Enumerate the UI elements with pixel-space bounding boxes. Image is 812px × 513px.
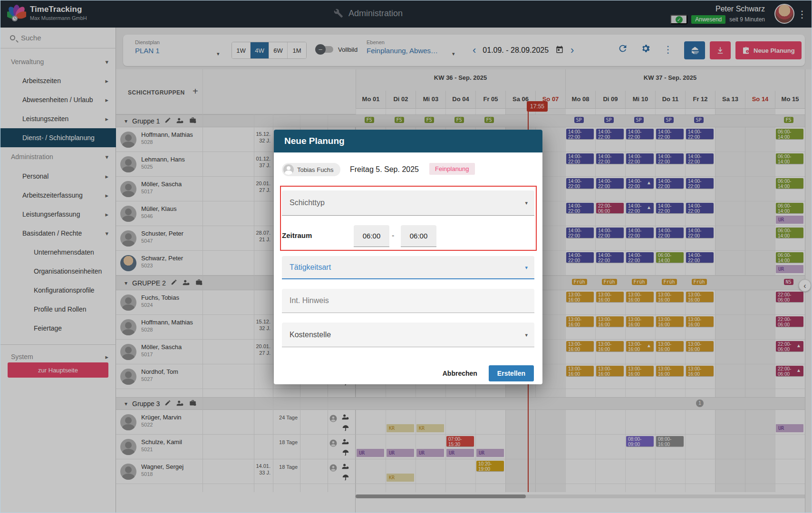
planning-date-label: Freitag 5. Sep. 2025 xyxy=(350,165,419,174)
internal-note-placeholder: Int. Hinweis xyxy=(290,296,329,305)
create-button[interactable]: Erstellen xyxy=(489,365,534,381)
period-label: Zeitraum xyxy=(282,231,312,239)
planning-level-badge: Feinplanung xyxy=(429,163,475,175)
chevron-down-icon: ▾ xyxy=(525,332,528,338)
internal-note-field[interactable]: Int. Hinweis xyxy=(282,289,534,313)
period-dash: - xyxy=(392,231,394,240)
time-to-input[interactable] xyxy=(401,225,436,247)
cost-center-label: Kostenstelle xyxy=(290,331,331,339)
shift-type-select[interactable]: Schichttyp ▾ xyxy=(282,190,534,216)
person-chip[interactable]: Tobias Fuchs xyxy=(282,163,340,176)
shift-type-label: Schichttyp xyxy=(290,199,325,207)
activity-type-select[interactable]: Tätigkeitsart ▾ xyxy=(282,256,534,279)
person-chip-avatar xyxy=(283,164,294,175)
cost-center-select[interactable]: Kostenstelle ▾ xyxy=(282,323,534,347)
cancel-button[interactable]: Abbrechen xyxy=(440,369,480,378)
activity-type-label: Tätigkeitsart xyxy=(290,263,331,272)
time-from-input[interactable] xyxy=(354,225,389,247)
chevron-down-icon: ▾ xyxy=(525,200,528,206)
new-planning-dialog: Neue Planung Tobias Fuchs Freitag 5. Sep… xyxy=(274,130,542,384)
person-chip-name: Tobias Fuchs xyxy=(297,166,334,173)
chevron-down-icon: ▾ xyxy=(525,264,528,270)
dialog-title: Neue Planung xyxy=(274,130,542,152)
app-window: TimeTracking Max Mustermann GmbH Adminis… xyxy=(0,0,812,513)
